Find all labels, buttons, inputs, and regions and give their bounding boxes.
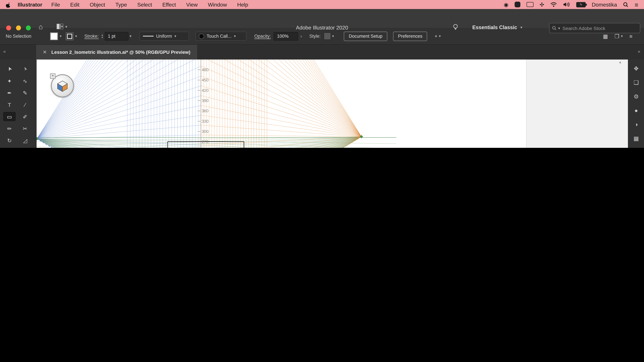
- plane-switching-widget[interactable]: ×: [51, 74, 74, 97]
- close-tab-icon[interactable]: ✕: [43, 49, 47, 55]
- menu-effect[interactable]: Effect: [162, 1, 176, 8]
- preferences-button[interactable]: Preferences: [393, 31, 427, 41]
- artboard[interactable]: 4804504203903603303002702402101801501209…: [36, 59, 526, 148]
- apple-logo-icon[interactable]: [6, 1, 11, 8]
- stroke-stepper[interactable]: ▴▾: [102, 34, 103, 38]
- ruler-label: 480: [202, 67, 208, 72]
- search-icon: [552, 26, 556, 30]
- opacity-input[interactable]: 100%: [274, 32, 298, 40]
- chevron-down-icon: ▾: [520, 25, 522, 29]
- grab-hand-icon[interactable]: ✥: [631, 64, 641, 73]
- menubar-user-text[interactable]: Domestika: [592, 1, 617, 8]
- width-profile-dropdown[interactable]: Uniform ▾: [140, 32, 189, 41]
- rotate-tool[interactable]: ↻: [3, 136, 16, 145]
- menu-object[interactable]: Object: [90, 1, 105, 8]
- display-icon[interactable]: [526, 2, 534, 7]
- swatches-icon[interactable]: ▦: [631, 133, 641, 143]
- pen-tool[interactable]: ✒: [3, 88, 16, 97]
- document-arrange-dropdown[interactable]: ❐ ▾: [614, 33, 623, 39]
- gear-icon[interactable]: ⚙: [631, 91, 641, 101]
- active-plane-cube-icon: [56, 79, 70, 93]
- battery-icon[interactable]: ϟ: [576, 2, 586, 7]
- document-tabbar: « ✕ Lesson 2_Isometric illustration.ai* …: [0, 44, 644, 59]
- color-guide-icon[interactable]: ◑: [631, 119, 641, 129]
- chevron-down-icon: ▾: [621, 34, 623, 38]
- scroll-up-icon[interactable]: ▲: [618, 60, 622, 64]
- illustrator-app: Illustrator FileEditObjectTypeSelectEffe…: [0, 0, 644, 148]
- style-swatch[interactable]: [324, 32, 331, 40]
- macos-menubar: Illustrator FileEditObjectTypeSelectEffe…: [0, 0, 644, 9]
- close-widget-icon[interactable]: ×: [50, 73, 56, 79]
- opacity-label[interactable]: Opacity:: [254, 34, 271, 38]
- menu-file[interactable]: File: [51, 1, 60, 8]
- pointer-icon: ⌖: [435, 33, 437, 39]
- discover-lightbulb-icon[interactable]: [453, 24, 458, 32]
- tool-grid: ➤➢✦∿✒✎T∕▭✐✏✂↻◿≍▢◱⊿▦◧⌖❖✳▥▣◪✥○: [2, 64, 34, 148]
- workspace-switcher[interactable]: Essentials Classic ▾: [472, 25, 522, 30]
- chevron-down-icon[interactable]: ▾: [332, 34, 334, 38]
- volume-icon[interactable]: [563, 2, 570, 7]
- wifi-icon[interactable]: [550, 2, 557, 7]
- color-icon[interactable]: ●: [631, 105, 641, 115]
- direct-selection-tool[interactable]: ➢: [18, 61, 32, 76]
- adobe-stock-search[interactable]: ▾: [549, 23, 640, 33]
- menubar-app-name[interactable]: Illustrator: [18, 1, 42, 8]
- uniform-width-icon: [143, 36, 154, 36]
- menu-list-icon[interactable]: ≡: [630, 33, 632, 39]
- chevron-down-icon: ▾: [439, 34, 441, 38]
- chevron-down-icon: ▾: [558, 26, 560, 30]
- creative-cloud-icon[interactable]: [514, 2, 520, 7]
- ruler-label: 360: [202, 109, 208, 113]
- collapse-right-chevron-icon[interactable]: «: [638, 49, 640, 54]
- width-profile-value: Uniform: [156, 34, 172, 38]
- document-tab[interactable]: ✕ Lesson 2_Isometric illustration.ai* @ …: [36, 44, 197, 59]
- curvature-tool[interactable]: ✎: [19, 88, 31, 97]
- right-panel-rail: ✥❏⚙●◑▦✐≡◧◍◉✳▶∞↗❐⊞▣▢▭∨: [628, 59, 644, 148]
- scissors-tool[interactable]: ✂: [19, 124, 31, 133]
- ruler-label: 450: [202, 78, 208, 82]
- menubar-status-icons: ◉ ✣ ϟ Domestika ≡: [504, 1, 638, 8]
- staircase-artwork: [168, 142, 314, 148]
- menu-help[interactable]: Help: [237, 1, 248, 8]
- ruler-label: 390: [202, 98, 208, 103]
- control-center-icon[interactable]: ≡: [634, 1, 638, 8]
- selection-tool[interactable]: ➤: [3, 61, 16, 76]
- stroke-label[interactable]: Stroke:: [84, 34, 98, 38]
- menu-window[interactable]: Window: [208, 1, 227, 8]
- workspace-label: Essentials Classic: [472, 25, 517, 30]
- chevron-down-icon[interactable]: ▾: [130, 34, 132, 38]
- chevron-down-icon[interactable]: ▾: [75, 34, 77, 38]
- pencil-tool[interactable]: ✏: [3, 124, 16, 133]
- screen-record-icon[interactable]: ◉: [504, 1, 508, 8]
- collapse-left-chevron-icon[interactable]: «: [3, 49, 6, 54]
- canvas-area[interactable]: 4804504203903603303002702402101801501209…: [36, 59, 628, 148]
- menu-type[interactable]: Type: [116, 1, 127, 8]
- brushes-icon[interactable]: ✐: [631, 147, 641, 148]
- chevron-down-icon[interactable]: ▾: [60, 34, 62, 38]
- grid-view-icon[interactable]: ▦: [603, 33, 608, 39]
- airdrop-icon[interactable]: ✣: [540, 1, 544, 8]
- menu-view[interactable]: View: [186, 1, 198, 8]
- search-input[interactable]: [562, 25, 638, 31]
- app-titlebar: ⌂ ▾ Adobe Illustrator 2020 Essentials Cl…: [0, 9, 644, 28]
- scale-tool[interactable]: ◿: [19, 136, 31, 145]
- line-segment-tool[interactable]: ∕: [19, 100, 31, 109]
- type-tool[interactable]: T: [3, 100, 16, 109]
- lasso-tool[interactable]: ∿: [19, 76, 31, 85]
- stroke-swatch[interactable]: [66, 32, 74, 40]
- opacity-expand-arrow[interactable]: ›: [300, 34, 302, 38]
- paintbrush-tool[interactable]: ✐: [19, 112, 31, 121]
- menu-edit[interactable]: Edit: [70, 1, 80, 8]
- document-tab-title: Lesson 2_Isometric illustration.ai* @ 50…: [51, 49, 190, 54]
- brush-dropdown[interactable]: Touch Call... ▾: [196, 32, 246, 41]
- layers-icon[interactable]: ❏: [631, 78, 641, 87]
- spotlight-search-icon[interactable]: [623, 2, 628, 7]
- isolate-selection-dropdown[interactable]: ⌖ ▾: [435, 33, 441, 39]
- rectangle-tool[interactable]: ▭: [3, 112, 16, 121]
- magic-wand-tool[interactable]: ✦: [3, 76, 16, 85]
- stroke-weight-input[interactable]: 1 pt: [104, 32, 128, 40]
- fill-swatch[interactable]: [50, 32, 58, 40]
- document-setup-button[interactable]: Document Setup: [344, 31, 387, 41]
- ruler-label: 300: [202, 129, 208, 134]
- menu-select[interactable]: Select: [137, 1, 152, 8]
